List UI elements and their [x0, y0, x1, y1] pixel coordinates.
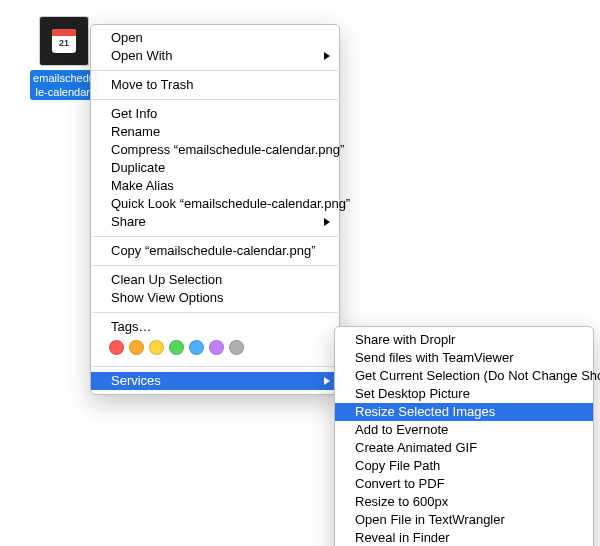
menu-open-with[interactable]: Open With: [91, 47, 339, 65]
menu-open[interactable]: Open: [91, 29, 339, 47]
services-item[interactable]: Resize Selected Images: [335, 403, 593, 421]
menu-copy[interactable]: Copy “emailschedule-calendar.png”: [91, 242, 339, 260]
menu-tags[interactable]: Tags…: [91, 318, 339, 336]
services-item[interactable]: Convert to PDF: [335, 475, 593, 493]
menu-separator: [92, 366, 338, 367]
services-item[interactable]: Get Current Selection (Do Not Change Sho…: [335, 367, 593, 385]
tag-color-dot[interactable]: [109, 340, 124, 355]
desktop-file[interactable]: emailschedule-calendar.p: [30, 16, 98, 100]
menu-share[interactable]: Share: [91, 213, 339, 231]
menu-separator: [92, 265, 338, 266]
services-submenu: Share with DroplrSend files with TeamVie…: [334, 326, 594, 546]
services-item[interactable]: Add to Evernote: [335, 421, 593, 439]
menu-move-to-trash[interactable]: Move to Trash: [91, 76, 339, 94]
tag-color-dot[interactable]: [189, 340, 204, 355]
tag-color-dot[interactable]: [229, 340, 244, 355]
services-item[interactable]: Open File in TextWrangler: [335, 511, 593, 529]
tags-row: [91, 336, 339, 361]
services-item[interactable]: Create Animated GIF: [335, 439, 593, 457]
menu-separator: [92, 99, 338, 100]
menu-get-info[interactable]: Get Info: [91, 105, 339, 123]
services-item[interactable]: Set Desktop Picture: [335, 385, 593, 403]
menu-separator: [92, 312, 338, 313]
menu-services[interactable]: Services: [91, 372, 339, 390]
menu-separator: [92, 70, 338, 71]
context-menu: Open Open With Move to Trash Get Info Re…: [90, 24, 340, 395]
tag-color-dot[interactable]: [149, 340, 164, 355]
menu-make-alias[interactable]: Make Alias: [91, 177, 339, 195]
services-item[interactable]: Reveal in Finder: [335, 529, 593, 546]
menu-compress[interactable]: Compress “emailschedule-calendar.png”: [91, 141, 339, 159]
tag-color-dot[interactable]: [169, 340, 184, 355]
menu-separator: [92, 236, 338, 237]
file-label: emailschedule-calendar.p: [30, 70, 98, 100]
services-item[interactable]: Resize to 600px: [335, 493, 593, 511]
menu-clean-up[interactable]: Clean Up Selection: [91, 271, 339, 289]
calendar-icon: [52, 29, 76, 53]
tag-color-dot[interactable]: [209, 340, 224, 355]
tag-color-dot[interactable]: [129, 340, 144, 355]
menu-duplicate[interactable]: Duplicate: [91, 159, 339, 177]
file-thumbnail: [39, 16, 89, 66]
menu-quick-look[interactable]: Quick Look “emailschedule-calendar.png”: [91, 195, 339, 213]
services-item[interactable]: Copy File Path: [335, 457, 593, 475]
menu-view-options[interactable]: Show View Options: [91, 289, 339, 307]
services-item[interactable]: Share with Droplr: [335, 331, 593, 349]
services-item[interactable]: Send files with TeamViewer: [335, 349, 593, 367]
menu-rename[interactable]: Rename: [91, 123, 339, 141]
